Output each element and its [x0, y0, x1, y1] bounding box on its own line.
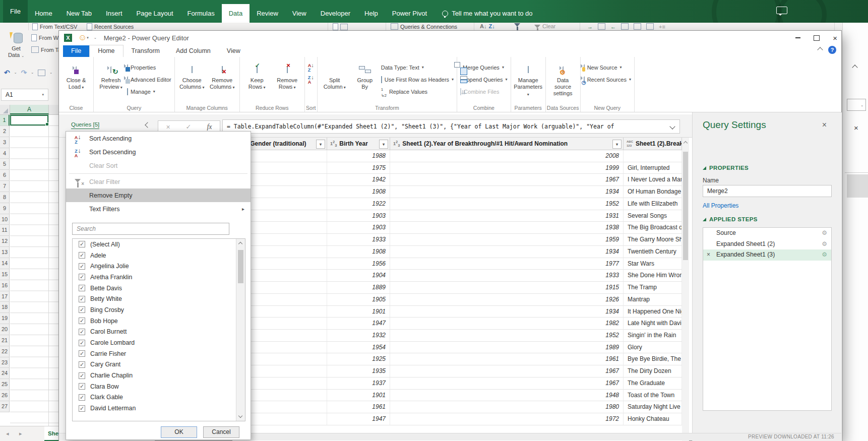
- formula-cancel-icon[interactable]: ×: [166, 123, 170, 131]
- column-header-a[interactable]: A: [10, 105, 49, 114]
- row-header-2[interactable]: 2: [0, 126, 10, 137]
- table-cell[interactable]: 1948: [390, 390, 624, 401]
- table-cell[interactable]: Late Night with Davic: [624, 318, 682, 329]
- table-row-14[interactable]: M19011934It Happened One Nig: [232, 306, 682, 318]
- sheet-next-icon[interactable]: ▸: [19, 430, 22, 437]
- table-cell[interactable]: 1975: [327, 162, 390, 174]
- table-row-4[interactable]: F19081934Of Human Bondage: [232, 186, 682, 198]
- redo-button[interactable]: ↷: [21, 69, 27, 77]
- table-cell[interactable]: 1934: [390, 186, 624, 198]
- table-cell[interactable]: 1961: [327, 401, 390, 413]
- table-row-19[interactable]: M19351967The Dirty Dozen: [232, 365, 682, 377]
- close-load-button[interactable]: Close & Load ▾: [62, 59, 90, 101]
- row-header-18[interactable]: 18: [0, 302, 10, 313]
- table-style-button[interactable]: [38, 70, 45, 76]
- undo-button[interactable]: ↶: [4, 69, 10, 77]
- table-cell[interactable]: Glory: [624, 342, 682, 353]
- sort-az-button[interactable]: AZ↓: [308, 62, 314, 73]
- table-row-18[interactable]: M19251961Bye Bye Birdie, The D: [232, 353, 682, 365]
- filter-item-select-all[interactable]: ✓(Select All): [73, 239, 245, 250]
- get-data-button[interactable]: Get Data ⌄: [3, 30, 29, 59]
- row-header-11[interactable]: 11: [0, 225, 10, 236]
- table-row-6[interactable]: M19031931Several Songs: [232, 210, 682, 222]
- table-cell[interactable]: 1952: [390, 198, 624, 210]
- filter-item-bob-hope[interactable]: ✓Bob Hope: [73, 316, 245, 327]
- advanced-editor-button[interactable]: Advanced Editor: [127, 74, 171, 85]
- excel-tab-insert[interactable]: Insert: [99, 4, 130, 23]
- row-header-16[interactable]: 16: [0, 280, 10, 291]
- table-cell[interactable]: 1967: [390, 377, 624, 389]
- filter-item-clara-bow[interactable]: ✓Clara Bow: [73, 381, 245, 392]
- table-cell[interactable]: I Never Loved a Man: [624, 174, 682, 185]
- filter-button[interactable]: ▾: [379, 140, 388, 149]
- checkbox-checked-icon[interactable]: ✓: [79, 263, 85, 270]
- excel-tab-help[interactable]: Help: [357, 4, 385, 23]
- table-row-3[interactable]: F19421967I Never Loved a Man: [232, 174, 682, 186]
- table-cell[interactable]: Honky Chateau: [624, 413, 682, 425]
- step-delete-icon[interactable]: ×: [707, 249, 710, 261]
- row-header-1[interactable]: 1: [0, 115, 10, 126]
- all-properties-link[interactable]: All Properties: [703, 202, 738, 209]
- pane-close-icon[interactable]: ×: [854, 123, 858, 132]
- table-row-20[interactable]: M19371967The Graduate: [232, 377, 682, 390]
- remove-rows-button[interactable]: ×Remove Rows ▾: [273, 59, 301, 101]
- filter-list-scroll-thumb[interactable]: [238, 250, 243, 283]
- table-cell[interactable]: 1903: [327, 222, 390, 233]
- row-header-9[interactable]: 9: [0, 203, 10, 214]
- filter-list-scrollbar[interactable]: [236, 239, 245, 421]
- table-row-5[interactable]: F19221952Life with Elilzabeth: [232, 198, 682, 210]
- table-row-11[interactable]: M19041933She Done Him Wrong: [232, 270, 682, 282]
- table-row-22[interactable]: M19611980Saturday Night Live: [232, 401, 682, 413]
- merge-queries-button[interactable]: Merge Queries▾: [460, 62, 508, 73]
- table-cell[interactable]: 1967: [390, 174, 624, 185]
- row-header-24[interactable]: 24: [0, 368, 10, 379]
- step-settings-gear-icon[interactable]: ⚙: [822, 228, 827, 239]
- row-header-26[interactable]: 26: [0, 390, 10, 401]
- checkbox-checked-icon[interactable]: ✓: [79, 274, 85, 280]
- checkbox-checked-icon[interactable]: ✓: [79, 394, 85, 401]
- table-cell[interactable]: 1925: [327, 353, 390, 365]
- table-cell[interactable]: Mantrap: [624, 294, 682, 305]
- row-header-22[interactable]: 22: [0, 346, 10, 357]
- keep-rows-button[interactable]: ✓Keep Rows ▾: [243, 59, 271, 101]
- table-cell[interactable]: 1932: [327, 330, 390, 341]
- table-cell[interactable]: 1952: [390, 330, 624, 341]
- formula-fx-icon[interactable]: fx: [207, 123, 212, 131]
- ok-button[interactable]: OK: [161, 426, 197, 438]
- checkbox-checked-icon[interactable]: ✓: [79, 296, 85, 302]
- vertical-scroll-thumb[interactable]: [683, 152, 688, 260]
- filter-button[interactable]: ▾: [316, 140, 325, 149]
- row-header-25[interactable]: 25: [0, 379, 10, 390]
- table-cell[interactable]: 1972: [390, 413, 624, 425]
- checkbox-checked-icon[interactable]: ✓: [79, 383, 85, 390]
- filter-item-bing-crosby[interactable]: ✓Bing Crosby: [73, 304, 245, 316]
- chat-icon[interactable]: [776, 7, 787, 14]
- excel-tab-view[interactable]: View: [285, 4, 314, 23]
- filter-button[interactable]: ▾: [612, 140, 622, 149]
- table-cell[interactable]: The Tramp: [624, 282, 682, 293]
- from-text-csv-button[interactable]: From Text/CSV: [32, 23, 77, 30]
- pq-title-bar[interactable]: X ☺▾ ⌄ Merge2 - Power Query Editor ×: [59, 31, 841, 45]
- table-cell[interactable]: 1954: [327, 342, 390, 353]
- row-header-5[interactable]: 5: [0, 159, 10, 170]
- menu-item-sort-ascending[interactable]: AZ↓Sort Ascending: [66, 132, 251, 145]
- table-cell[interactable]: 1942: [327, 174, 390, 185]
- query-name-input[interactable]: [703, 185, 832, 197]
- queries-pane-collapse-icon[interactable]: [145, 122, 150, 128]
- row-header-23[interactable]: 23: [0, 357, 10, 368]
- filter-item-cary-grant[interactable]: ✓Cary Grant: [73, 359, 245, 370]
- table-cell[interactable]: Girl, Interrupted: [624, 162, 682, 174]
- cells-area[interactable]: [10, 115, 58, 426]
- row-header-6[interactable]: 6: [0, 170, 10, 181]
- table-cell[interactable]: 1905: [327, 294, 390, 305]
- table-cell[interactable]: 1967: [390, 365, 624, 377]
- excel-tab-review[interactable]: Review: [250, 4, 285, 23]
- manage-button[interactable]: Manage▾: [127, 86, 171, 97]
- table-cell[interactable]: 1915: [390, 282, 624, 293]
- properties-button[interactable]: Properties: [127, 62, 171, 73]
- table-cell[interactable]: 1947: [327, 318, 390, 329]
- cell-a1[interactable]: [10, 115, 48, 125]
- table-cell[interactable]: 1988: [327, 150, 390, 162]
- checkbox-checked-icon[interactable]: ✓: [79, 252, 85, 259]
- table-cell[interactable]: 1937: [327, 377, 390, 389]
